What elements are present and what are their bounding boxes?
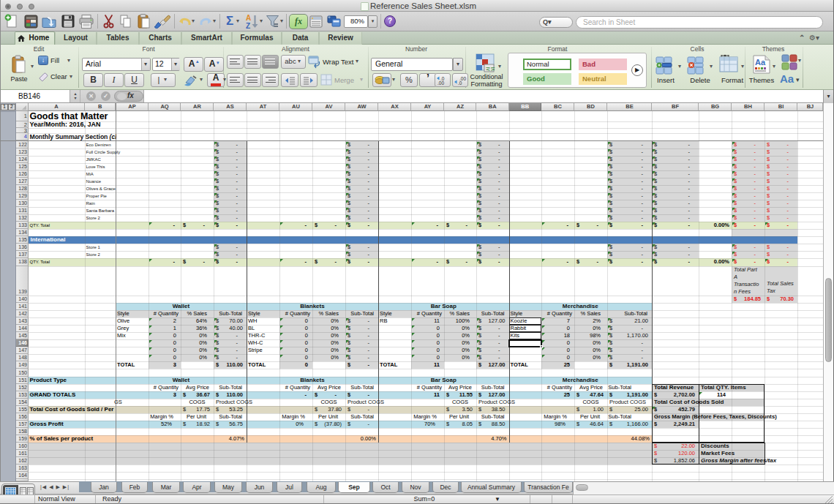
svg-text:A: A [246, 14, 251, 22]
svg-text:⋜⋝: ⋜⋝ [486, 66, 495, 72]
svg-text:Aa: Aa [755, 58, 766, 67]
svg-text:.00: .00 [437, 80, 444, 86]
svg-text:.0: .0 [458, 80, 462, 86]
svg-text:Z: Z [246, 22, 250, 30]
